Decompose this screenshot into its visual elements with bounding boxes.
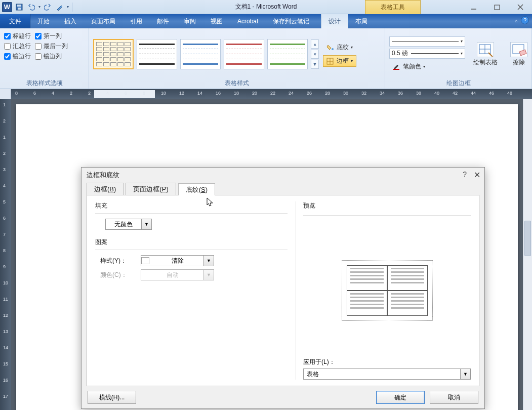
vertical-ruler[interactable]: 121234567891011121314151617 bbox=[0, 99, 11, 410]
pattern-style-combo[interactable]: 清除 ▼ bbox=[141, 255, 214, 266]
line-weight-select[interactable]: 0.5 磅▾ bbox=[389, 49, 465, 59]
dialog-close-button[interactable]: ✕ bbox=[474, 170, 480, 180]
table-style-thumb-1[interactable] bbox=[93, 39, 134, 69]
undo-icon[interactable] bbox=[26, 2, 36, 12]
fill-color-combo[interactable]: 无颜色 ▼ bbox=[105, 219, 152, 230]
shading-label: 底纹 bbox=[337, 43, 349, 52]
shading-button[interactable]: 底纹 ▾ bbox=[323, 42, 356, 53]
borders-button[interactable]: 边框 ▾ bbox=[323, 55, 356, 67]
group-label-style-options: 表格样式选项 bbox=[4, 78, 85, 88]
line-style-select[interactable]: ▾ bbox=[389, 36, 465, 47]
chevron-down-icon: ▼ bbox=[203, 270, 214, 280]
tab-view[interactable]: 视图 bbox=[203, 14, 230, 28]
tab-save-cloud[interactable]: 保存到云笔记 bbox=[266, 14, 317, 28]
dialog-tab-shading[interactable]: 底纹(S) bbox=[178, 183, 215, 195]
svg-rect-11 bbox=[393, 69, 399, 70]
eraser-label: 擦除 bbox=[513, 58, 525, 67]
maximize-button[interactable] bbox=[485, 0, 509, 14]
dialog-footer: 横线(H)... 确定 取消 bbox=[81, 386, 484, 408]
table-style-gallery[interactable]: ▴ ▾ ▼ bbox=[93, 39, 319, 69]
table-style-thumb-5[interactable] bbox=[267, 39, 308, 69]
group-draw-borders: ▾ 0.5 磅▾ 笔颜色 ▾ 绘制表格 擦除 绘图边框 bbox=[385, 28, 532, 89]
window-controls bbox=[462, 0, 532, 14]
draw-table-label: 绘制表格 bbox=[473, 58, 498, 67]
apply-to-combo[interactable]: 表格 ▼ bbox=[303, 368, 471, 380]
dialog-help-button[interactable]: ? bbox=[463, 170, 467, 180]
draw-table-button[interactable]: 绘制表格 bbox=[471, 42, 500, 67]
chk-header-row[interactable]: 标题行 bbox=[4, 32, 31, 40]
gallery-up-icon[interactable]: ▴ bbox=[311, 39, 319, 49]
ribbon-help-area: ▵ ? bbox=[515, 16, 529, 24]
svg-rect-4 bbox=[495, 5, 500, 10]
ribbon-body: 标题行 汇总行 镶边行 第一列 最后一列 镶边列 表格样式选项 ▴ bbox=[0, 28, 532, 89]
gallery-more-icon[interactable]: ▼ bbox=[311, 60, 319, 69]
tab-acrobat[interactable]: Acrobat bbox=[230, 14, 266, 28]
pattern-color-label: 颜色(C)： bbox=[100, 271, 136, 279]
minimize-ribbon-icon[interactable]: ▵ bbox=[515, 17, 518, 24]
tab-review[interactable]: 审阅 bbox=[177, 14, 203, 28]
chk-banded-col-label: 镶边列 bbox=[44, 52, 62, 61]
fill-color-value: 无颜色 bbox=[106, 220, 141, 229]
dialog-tab-page-border-text: 页面边框 bbox=[133, 185, 159, 193]
save-icon[interactable] bbox=[14, 2, 24, 12]
eraser-button[interactable]: 擦除 bbox=[505, 42, 532, 67]
context-tool-label: 表格工具 bbox=[365, 0, 421, 14]
pen-color-button[interactable]: 笔颜色 ▾ bbox=[389, 61, 465, 72]
undo-dropdown-icon[interactable]: ▾ bbox=[38, 5, 40, 9]
chk-header-row-label: 标题行 bbox=[13, 32, 31, 40]
chk-first-col[interactable]: 第一列 bbox=[35, 32, 68, 40]
help-icon[interactable]: ? bbox=[521, 16, 529, 24]
ok-button[interactable]: 确定 bbox=[376, 391, 425, 404]
tab-layout[interactable]: 布局 bbox=[348, 14, 375, 28]
table-style-thumb-4[interactable] bbox=[224, 39, 264, 69]
tab-mailings[interactable]: 邮件 bbox=[150, 14, 177, 28]
redo-icon[interactable] bbox=[43, 2, 53, 12]
tab-home[interactable]: 开始 bbox=[30, 14, 57, 28]
tab-reference[interactable]: 引用 bbox=[123, 14, 150, 28]
scrollbar-thumb[interactable] bbox=[524, 221, 531, 256]
chk-total-row[interactable]: 汇总行 bbox=[4, 42, 31, 51]
svg-point-7 bbox=[332, 48, 334, 50]
pattern-section-label: 图案 bbox=[95, 238, 288, 247]
tab-design[interactable]: 设计 bbox=[321, 14, 348, 28]
svg-rect-2 bbox=[18, 8, 21, 10]
chk-last-col[interactable]: 最后一列 bbox=[35, 42, 68, 51]
tab-insert[interactable]: 插入 bbox=[57, 14, 84, 28]
horizontal-line-button[interactable]: 横线(H)... bbox=[88, 391, 136, 404]
shading-border-buttons: 底纹 ▾ 边框 ▾ bbox=[323, 42, 356, 67]
chevron-down-icon[interactable]: ▼ bbox=[460, 369, 470, 379]
borders-label: 边框 bbox=[337, 57, 349, 65]
tab-page-layout[interactable]: 页面布局 bbox=[84, 14, 123, 28]
chk-banded-col[interactable]: 镶边列 bbox=[35, 52, 68, 61]
horizontal-ruler[interactable]: 8642246810121416182022242628303234363840… bbox=[0, 89, 532, 99]
group-label-draw-borders: 绘图边框 bbox=[389, 78, 527, 88]
dialog-tab-border[interactable]: 边框(B) bbox=[87, 183, 124, 195]
chevron-down-icon[interactable]: ▼ bbox=[203, 256, 214, 266]
table-style-thumb-3[interactable] bbox=[180, 39, 221, 69]
format-painter-icon[interactable] bbox=[55, 2, 65, 12]
dialog-tabstrip: 边框(B) 页面边框(P) 底纹(S) bbox=[81, 183, 484, 195]
tab-selector[interactable] bbox=[0, 89, 11, 99]
pattern-style-value: 清除 bbox=[151, 257, 203, 265]
pen-color-label: 笔颜色 bbox=[403, 62, 421, 71]
cancel-button[interactable]: 取消 bbox=[430, 391, 478, 404]
gallery-down-icon[interactable]: ▾ bbox=[311, 50, 319, 59]
tab-file[interactable]: 文件 bbox=[0, 14, 30, 28]
vertical-scrollbar[interactable] bbox=[523, 99, 532, 410]
chk-first-col-label: 第一列 bbox=[44, 32, 62, 40]
close-button[interactable] bbox=[509, 0, 532, 14]
draw-table-icon bbox=[477, 42, 494, 57]
chevron-down-icon[interactable]: ▼ bbox=[141, 219, 151, 229]
dialog-tab-border-text: 边框 bbox=[94, 185, 107, 193]
qat-customize-icon[interactable]: ▾ bbox=[67, 5, 69, 9]
borders-shading-dialog: 边框和底纹 ? ✕ 边框(B) 页面边框(P) 底纹(S) 填充 无颜色 ▼ 图… bbox=[81, 167, 485, 409]
pattern-style-label: 样式(Y)： bbox=[100, 257, 136, 265]
pattern-color-value: 自动 bbox=[141, 271, 203, 279]
minimize-button[interactable] bbox=[462, 0, 485, 14]
table-style-thumb-2[interactable] bbox=[137, 39, 177, 69]
dialog-tab-page-border[interactable]: 页面边框(P) bbox=[126, 183, 176, 195]
chk-banded-row[interactable]: 镶边行 bbox=[4, 52, 31, 61]
ribbon-tab-strip: 文件 开始 插入 页面布局 引用 邮件 审阅 视图 Acrobat 保存到云笔记… bbox=[0, 14, 532, 28]
chk-total-row-label: 汇总行 bbox=[13, 42, 31, 51]
pattern-swatch-icon bbox=[141, 257, 149, 264]
